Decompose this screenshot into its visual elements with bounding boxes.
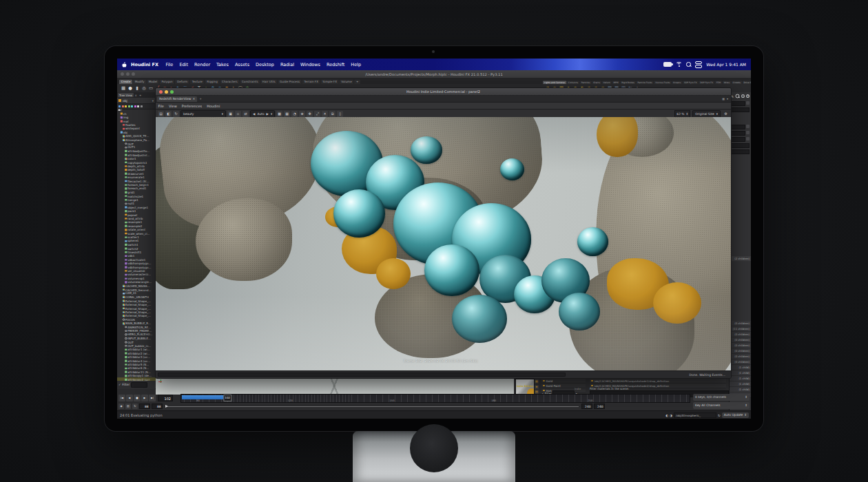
next-icon[interactable]: ▶ <box>267 112 269 117</box>
pane-menu-icon[interactable]: ▦ <box>722 97 725 101</box>
material-gallery-view-button[interactable]: ▦ <box>535 379 539 384</box>
jump-button[interactable] <box>746 125 750 128</box>
stepper-icon[interactable]: ⇕ <box>686 111 689 117</box>
material-list-view-button[interactable]: ≡ <box>535 385 539 389</box>
playhead-marker[interactable]: 102 <box>223 395 231 401</box>
parm-field[interactable] <box>731 107 750 112</box>
battery-icon[interactable] <box>663 62 672 67</box>
range-slider-handle[interactable] <box>165 405 168 408</box>
settings-gear-icon[interactable]: ⚙ <box>723 111 729 117</box>
menubar-app-name[interactable]: Houdini FX <box>127 62 162 67</box>
menubar-item[interactable]: Assets <box>231 62 252 67</box>
render-region-icon[interactable]: ▣ <box>227 111 234 117</box>
update-path-field[interactable]: /obj/Atmospheric_ <box>674 412 716 418</box>
step-back-button[interactable]: ◀ <box>126 395 133 401</box>
children-count-row[interactable]: (0 children) <box>730 337 751 343</box>
help-icon[interactable]: ? <box>746 94 750 98</box>
children-count-row[interactable]: (1 child) <box>730 370 751 376</box>
realtime-toggle-button[interactable]: ↻ <box>132 404 138 409</box>
lock-view-icon[interactable]: ▩ <box>276 111 282 117</box>
apple-menu-icon[interactable] <box>122 62 127 67</box>
spotlight-search-icon[interactable] <box>686 62 691 67</box>
scene-viewport-strip[interactable] <box>156 377 514 395</box>
parm-field[interactable] <box>731 137 750 142</box>
render-menu-item[interactable]: Houdini <box>205 104 223 108</box>
sphere-tool-icon[interactable]: ● <box>127 84 134 92</box>
children-count-row[interactable]: (0 children) <box>730 354 751 359</box>
bucket-render-icon[interactable]: ▫ <box>235 111 241 117</box>
jump-to-end-button[interactable]: ▶| <box>149 395 156 401</box>
grid-tool-icon[interactable]: ▭ <box>147 84 154 92</box>
children-count-row[interactable]: (0 children) <box>730 348 751 354</box>
children-count-row[interactable]: (1 child) <box>730 376 751 381</box>
flag-toggle-icon[interactable]: ◑ <box>670 414 672 417</box>
keys-summary-dropdown[interactable]: 0 keys, 0/0 channels ⇕ <box>693 394 750 401</box>
menubar-item[interactable]: Help <box>348 62 364 67</box>
children-count-row[interactable]: (0 children) <box>730 332 751 337</box>
timeline-ruler[interactable]: 102 90120150180210 <box>180 394 690 403</box>
clipboard-icon[interactable]: ▯ <box>337 111 343 117</box>
grid-overlay-icon[interactable]: ▦ <box>284 111 290 117</box>
parm-field[interactable] <box>731 149 750 154</box>
ab-compare-icon[interactable]: ◧ <box>165 111 172 117</box>
children-count-row[interactable]: (1 child) <box>730 365 751 370</box>
tube-tool-icon[interactable]: ▮ <box>134 84 141 92</box>
control-center-icon[interactable] <box>695 61 702 68</box>
search-icon[interactable] <box>736 94 740 98</box>
menubar-item[interactable]: File <box>163 62 176 67</box>
pan-view-icon[interactable]: ✥ <box>307 111 313 117</box>
prev-icon[interactable]: ◀ <box>253 112 255 117</box>
close-tab-icon[interactable]: × <box>192 96 195 102</box>
render-menu-item[interactable]: Preferences <box>179 104 204 108</box>
filter-check-icon[interactable]: ✓ <box>118 383 121 386</box>
current-frame-field[interactable]: 102 <box>158 395 173 401</box>
clear-region-icon[interactable]: ✕ <box>322 111 328 117</box>
clock-icon[interactable]: ◔ <box>291 111 298 117</box>
menubar-item[interactable]: Takes <box>214 62 232 67</box>
range-end-field[interactable]: 240 <box>594 404 605 409</box>
tab-redshift-renderview[interactable]: Redshift RenderView × <box>157 96 197 102</box>
jump-button[interactable] <box>746 137 750 140</box>
range-slider[interactable] <box>165 404 579 409</box>
children-count-row[interactable]: (0 children) <box>730 321 751 326</box>
jump-button[interactable] <box>746 131 750 134</box>
render-menu-item[interactable]: File <box>156 104 166 108</box>
children-count-row[interactable]: (11 children) <box>730 326 751 332</box>
menubar-item[interactable]: Render <box>191 62 213 67</box>
parm-field[interactable] <box>731 143 750 148</box>
render-window-titlebar[interactable]: Houdini Indie Limited-Commercial - panel… <box>156 88 731 96</box>
refresh-icon[interactable]: ↻ <box>718 414 721 417</box>
parm-field[interactable] <box>731 131 750 136</box>
loop-render-icon[interactable]: ⇄ <box>242 111 249 117</box>
auto-update-dropdown[interactable]: Auto Update ⇕ <box>722 412 749 418</box>
torus-tool-icon[interactable]: ◎ <box>141 84 147 92</box>
tree-path-bar[interactable]: obj ▾ <box>117 98 155 104</box>
tab-tree-view[interactable]: Tree View <box>118 93 134 97</box>
wifi-icon[interactable] <box>676 62 682 67</box>
menubar-item[interactable]: Windows <box>297 62 323 67</box>
key-all-channels-dropdown[interactable]: Key All Channels ⇕ <box>693 402 750 409</box>
menubar-item[interactable]: Edit <box>176 62 192 67</box>
menubar-item[interactable]: Radial <box>277 62 297 67</box>
playback-options-button[interactable]: ▤ <box>125 404 131 409</box>
children-count-row[interactable]: (0 children) <box>730 343 751 348</box>
copy-image-icon[interactable]: ⧉ <box>329 111 335 117</box>
parm-field[interactable] <box>731 101 750 106</box>
menubar-clock[interactable]: Wed Apr 1 9:41 AM <box>706 62 746 67</box>
parm-field[interactable] <box>731 125 750 129</box>
children-count-row[interactable]: (1 child) <box>730 381 751 387</box>
stop-button[interactable]: ■ <box>134 395 141 401</box>
jump-to-start-button[interactable]: |◀ <box>118 395 125 401</box>
tree-filter-input[interactable] <box>131 382 147 388</box>
range-start-field[interactable]: 88 <box>139 404 150 409</box>
info-icon[interactable]: i <box>741 94 745 98</box>
fit-view-icon[interactable]: ⤢ <box>314 111 320 117</box>
pane-dropdown-icon[interactable]: ▾ <box>727 97 728 101</box>
box-tool-icon[interactable]: ▦ <box>120 84 127 92</box>
playback-end-field[interactable]: 240 <box>581 404 592 409</box>
add-tab-icon[interactable]: + <box>197 97 204 101</box>
set-key-button[interactable]: ◆ <box>118 404 124 409</box>
render-image[interactable]: Frame 102: 2026-02-06 20:03:50 (1m:54s) <box>156 117 731 371</box>
target-icon[interactable]: ⊕ <box>299 111 305 117</box>
snapshot-icon[interactable]: ▤ <box>158 111 164 117</box>
